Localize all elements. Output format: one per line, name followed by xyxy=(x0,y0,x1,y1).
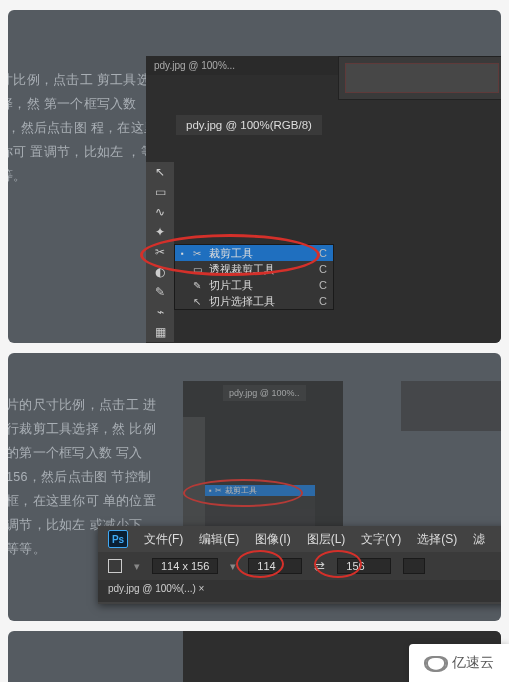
photoshop-screenshot-1: pdy.jpg @ 100%... pdy.jpg @ 100%(RGB/8) … xyxy=(146,56,501,343)
canvas-thumb xyxy=(338,56,501,100)
crop-width-input[interactable]: 114 xyxy=(248,558,302,574)
menu-type[interactable]: 文字(Y) xyxy=(361,531,401,548)
crop-tool-flyout: ▪ ✂ 裁剪工具 C ▭ 透视裁剪工具 C ✎ 切片工具 C ↖ 切片选择工具 xyxy=(174,244,334,310)
site-brand-badge[interactable]: 亿速云 xyxy=(409,644,509,682)
file-tab[interactable]: pdy.jpg @ 100%(...) × xyxy=(108,583,204,594)
crop-options-bar: ▾ 114 x 156 ▾ 114 ⇄ 156 xyxy=(98,552,501,580)
marquee-tool-icon[interactable]: ▭ xyxy=(146,182,174,202)
flyout-shortcut: C xyxy=(319,295,327,307)
main-menu-row: Ps 文件(F) 编辑(E) 图像(I) 图层(L) 文字(Y) 选择(S) 滤 xyxy=(98,526,501,552)
flyout-label: 透视裁剪工具 xyxy=(209,262,275,277)
flyout-label: 切片选择工具 xyxy=(209,294,275,309)
menu-file[interactable]: 文件(F) xyxy=(144,531,183,548)
crop-icon: ✂ xyxy=(191,248,203,259)
mini-flyout: ▪✂ 裁剪工具 xyxy=(205,485,315,531)
photoshop-menubar-strip: Ps 文件(F) 编辑(E) 图像(I) 图层(L) 文字(Y) 选择(S) 滤… xyxy=(98,526,501,604)
perspective-crop-icon: ▭ xyxy=(191,264,203,275)
file-tab-strip: pdy.jpg @ 100%(...) × xyxy=(98,580,501,602)
mini-flyout-crop: ▪✂ 裁剪工具 xyxy=(205,485,315,496)
slice-icon: ✎ xyxy=(191,280,203,291)
document-tab[interactable]: pdy.jpg @ 100%(RGB/8) xyxy=(176,115,322,135)
flyout-label: 切片工具 xyxy=(209,278,253,293)
wand-tool-icon[interactable]: ✦ xyxy=(146,222,174,242)
menu-edit[interactable]: 编辑(E) xyxy=(199,531,239,548)
ps-logo-icon: Ps xyxy=(108,530,128,548)
swap-icon[interactable]: ⇄ xyxy=(314,559,325,574)
photoshop-screenshot-2b xyxy=(401,381,501,431)
crop-tool-icon[interactable]: ✂ xyxy=(146,242,174,262)
flyout-item-slice-select[interactable]: ↖ 切片选择工具 C xyxy=(175,293,333,309)
mini-document-tab: pdy.jpg @ 100%.. xyxy=(223,385,306,401)
flyout-shortcut: C xyxy=(319,263,327,275)
move-tool-icon[interactable]: ↖ xyxy=(146,162,174,182)
flyout-item-crop[interactable]: ▪ ✂ 裁剪工具 C xyxy=(175,245,333,261)
flyout-item-slice[interactable]: ✎ 切片工具 C xyxy=(175,277,333,293)
crop-ratio-preset[interactable]: 114 x 156 xyxy=(152,558,218,574)
flyout-shortcut: C xyxy=(319,279,327,291)
crop-height-input[interactable]: 156 xyxy=(337,558,391,574)
eyedropper-tool-icon[interactable]: ◐ xyxy=(146,262,174,282)
flyout-item-perspective-crop[interactable]: ▭ 透视裁剪工具 C xyxy=(175,261,333,277)
crop-icon[interactable] xyxy=(108,559,122,573)
photoshop-screenshot-2-mini: pdy.jpg @ 100%.. ▪✂ 裁剪工具 xyxy=(183,381,343,541)
instruction-text-1: 寸比例，点击工 剪工具选择，然 第一个框写入数 6，然后点击图 程，在这里你可 … xyxy=(8,68,160,188)
tutorial-card-1: 寸比例，点击工 剪工具选择，然 第一个框写入数 6，然后点击图 程，在这里你可 … xyxy=(8,10,501,343)
flyout-label: 裁剪工具 xyxy=(209,246,253,261)
crop-resolution-input[interactable] xyxy=(403,558,425,574)
active-dot-icon: ▪ xyxy=(181,249,185,258)
brush-tool-icon[interactable]: ✎ xyxy=(146,282,174,302)
lasso-tool-icon[interactable]: ∿ xyxy=(146,202,174,222)
mini-tool-palette xyxy=(183,417,205,541)
flyout-shortcut: C xyxy=(319,247,327,259)
tutorial-card-2: 片的尺寸比例，点击工 进行裁剪工具选择，然 比例的第一个框写入数 写入156，然… xyxy=(8,353,501,621)
slice-select-icon: ↖ xyxy=(191,296,203,307)
menu-select[interactable]: 选择(S) xyxy=(417,531,457,548)
gradient-tool-icon[interactable]: ▦ xyxy=(146,322,174,342)
brand-cloud-icon xyxy=(424,654,448,672)
menu-layer[interactable]: 图层(L) xyxy=(307,531,346,548)
brand-text: 亿速云 xyxy=(452,654,494,672)
menu-filter[interactable]: 滤 xyxy=(473,531,485,548)
tool-palette: ↖ ▭ ∿ ✦ ✂ ◐ ✎ ⌁ ▦ xyxy=(146,162,174,342)
stamp-tool-icon[interactable]: ⌁ xyxy=(146,302,174,322)
menu-image[interactable]: 图像(I) xyxy=(255,531,290,548)
